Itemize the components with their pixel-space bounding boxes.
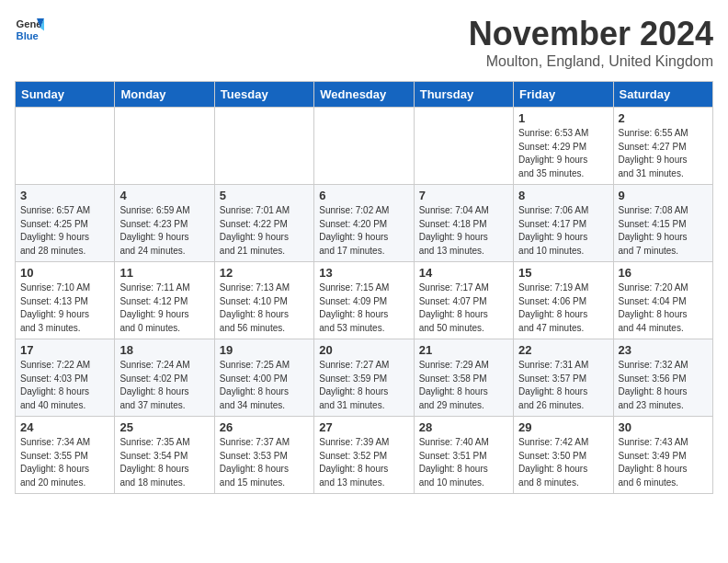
table-row: 20Sunrise: 7:27 AM Sunset: 3:59 PM Dayli… [314, 339, 414, 417]
title-area: November 2024 Moulton, England, United K… [469, 15, 713, 70]
col-tuesday: Tuesday [214, 82, 313, 108]
day-info: Sunrise: 7:39 AM Sunset: 3:52 PM Dayligh… [319, 436, 408, 489]
day-number: 20 [319, 343, 408, 357]
page-container: General Blue November 2024 Moulton, Engl… [0, 0, 728, 503]
table-row: 25Sunrise: 7:35 AM Sunset: 3:54 PM Dayli… [115, 417, 214, 494]
col-wednesday: Wednesday [314, 82, 414, 108]
day-number: 23 [619, 343, 708, 357]
day-info: Sunrise: 7:24 AM Sunset: 4:02 PM Dayligh… [119, 359, 209, 412]
table-row: 9Sunrise: 7:08 AM Sunset: 4:15 PM Daylig… [613, 185, 712, 262]
calendar-week-row: 24Sunrise: 7:34 AM Sunset: 3:55 PM Dayli… [16, 417, 713, 494]
table-row: 24Sunrise: 7:34 AM Sunset: 3:55 PM Dayli… [16, 417, 115, 494]
table-row: 15Sunrise: 7:19 AM Sunset: 4:06 PM Dayli… [514, 262, 613, 339]
day-info: Sunrise: 7:13 AM Sunset: 4:10 PM Dayligh… [220, 282, 309, 335]
table-row: 1Sunrise: 6:53 AM Sunset: 4:29 PM Daylig… [514, 108, 613, 185]
day-number: 15 [518, 266, 608, 280]
table-row: 7Sunrise: 7:04 AM Sunset: 4:18 PM Daylig… [414, 185, 513, 262]
day-number: 29 [518, 420, 608, 434]
day-info: Sunrise: 7:01 AM Sunset: 4:22 PM Dayligh… [220, 204, 309, 258]
day-info: Sunrise: 7:27 AM Sunset: 3:59 PM Dayligh… [319, 359, 408, 412]
calendar-week-row: 17Sunrise: 7:22 AM Sunset: 4:03 PM Dayli… [16, 339, 713, 417]
table-row [314, 108, 414, 185]
day-number: 10 [20, 266, 109, 280]
calendar-table: Sunday Monday Tuesday Wednesday Thursday… [15, 81, 713, 494]
day-number: 3 [20, 189, 109, 202]
day-info: Sunrise: 6:59 AM Sunset: 4:23 PM Dayligh… [119, 204, 209, 258]
table-row: 21Sunrise: 7:29 AM Sunset: 3:58 PM Dayli… [414, 339, 513, 417]
day-number: 5 [220, 189, 309, 202]
table-row: 6Sunrise: 7:02 AM Sunset: 4:20 PM Daylig… [314, 185, 414, 262]
day-number: 16 [619, 266, 708, 280]
table-row [16, 108, 115, 185]
day-info: Sunrise: 7:32 AM Sunset: 3:56 PM Dayligh… [619, 359, 708, 412]
table-row: 18Sunrise: 7:24 AM Sunset: 4:02 PM Dayli… [115, 339, 214, 417]
day-info: Sunrise: 7:02 AM Sunset: 4:20 PM Dayligh… [319, 204, 408, 258]
day-info: Sunrise: 7:43 AM Sunset: 3:49 PM Dayligh… [619, 436, 708, 489]
day-info: Sunrise: 7:06 AM Sunset: 4:17 PM Dayligh… [518, 204, 608, 258]
table-row: 26Sunrise: 7:37 AM Sunset: 3:53 PM Dayli… [214, 417, 313, 494]
day-info: Sunrise: 7:15 AM Sunset: 4:09 PM Dayligh… [319, 282, 408, 335]
calendar-week-row: 10Sunrise: 7:10 AM Sunset: 4:13 PM Dayli… [16, 262, 713, 339]
day-info: Sunrise: 7:29 AM Sunset: 3:58 PM Dayligh… [419, 359, 508, 412]
svg-text:Blue: Blue [17, 30, 39, 41]
day-number: 21 [419, 343, 508, 357]
day-number: 17 [20, 343, 109, 357]
calendar-week-row: 1Sunrise: 6:53 AM Sunset: 4:29 PM Daylig… [16, 108, 713, 185]
table-row: 29Sunrise: 7:42 AM Sunset: 3:50 PM Dayli… [514, 417, 613, 494]
col-saturday: Saturday [613, 82, 712, 108]
day-info: Sunrise: 7:35 AM Sunset: 3:54 PM Dayligh… [119, 436, 209, 489]
day-info: Sunrise: 7:19 AM Sunset: 4:06 PM Dayligh… [518, 282, 608, 335]
day-number: 8 [518, 189, 608, 202]
col-monday: Monday [115, 82, 214, 108]
day-number: 14 [419, 266, 508, 280]
table-row: 12Sunrise: 7:13 AM Sunset: 4:10 PM Dayli… [214, 262, 313, 339]
table-row: 11Sunrise: 7:11 AM Sunset: 4:12 PM Dayli… [115, 262, 214, 339]
calendar-week-row: 3Sunrise: 6:57 AM Sunset: 4:25 PM Daylig… [16, 185, 713, 262]
day-number: 2 [619, 111, 708, 125]
table-row: 5Sunrise: 7:01 AM Sunset: 4:22 PM Daylig… [214, 185, 313, 262]
table-row: 16Sunrise: 7:20 AM Sunset: 4:04 PM Dayli… [613, 262, 712, 339]
table-row: 3Sunrise: 6:57 AM Sunset: 4:25 PM Daylig… [16, 185, 115, 262]
table-row [115, 108, 214, 185]
day-info: Sunrise: 7:11 AM Sunset: 4:12 PM Dayligh… [119, 282, 209, 335]
day-number: 1 [518, 111, 608, 125]
day-info: Sunrise: 7:08 AM Sunset: 4:15 PM Dayligh… [619, 204, 708, 258]
day-number: 27 [319, 420, 408, 434]
day-number: 9 [619, 189, 708, 202]
day-number: 19 [220, 343, 309, 357]
page-header: General Blue November 2024 Moulton, Engl… [15, 15, 713, 70]
day-number: 7 [419, 189, 508, 202]
table-row: 28Sunrise: 7:40 AM Sunset: 3:51 PM Dayli… [414, 417, 513, 494]
table-row: 22Sunrise: 7:31 AM Sunset: 3:57 PM Dayli… [514, 339, 613, 417]
day-number: 22 [518, 343, 608, 357]
day-info: Sunrise: 7:22 AM Sunset: 4:03 PM Dayligh… [20, 359, 109, 412]
logo: General Blue [15, 15, 44, 44]
day-info: Sunrise: 7:17 AM Sunset: 4:07 PM Dayligh… [419, 282, 508, 335]
day-info: Sunrise: 7:42 AM Sunset: 3:50 PM Dayligh… [518, 436, 608, 489]
month-title: November 2024 [469, 15, 713, 53]
day-info: Sunrise: 7:40 AM Sunset: 3:51 PM Dayligh… [419, 436, 508, 489]
day-number: 28 [419, 420, 508, 434]
day-info: Sunrise: 7:10 AM Sunset: 4:13 PM Dayligh… [20, 282, 109, 335]
day-info: Sunrise: 7:37 AM Sunset: 3:53 PM Dayligh… [220, 436, 309, 489]
day-number: 25 [119, 420, 209, 434]
table-row: 2Sunrise: 6:55 AM Sunset: 4:27 PM Daylig… [613, 108, 712, 185]
table-row: 10Sunrise: 7:10 AM Sunset: 4:13 PM Dayli… [16, 262, 115, 339]
day-number: 6 [319, 189, 408, 202]
table-row: 13Sunrise: 7:15 AM Sunset: 4:09 PM Dayli… [314, 262, 414, 339]
logo-icon: General Blue [15, 15, 44, 44]
col-friday: Friday [514, 82, 613, 108]
day-info: Sunrise: 6:55 AM Sunset: 4:27 PM Dayligh… [619, 127, 708, 180]
day-info: Sunrise: 7:25 AM Sunset: 4:00 PM Dayligh… [220, 359, 309, 412]
day-number: 18 [119, 343, 209, 357]
calendar-header-row: Sunday Monday Tuesday Wednesday Thursday… [16, 82, 713, 108]
day-number: 12 [220, 266, 309, 280]
table-row [214, 108, 313, 185]
day-info: Sunrise: 6:53 AM Sunset: 4:29 PM Dayligh… [518, 127, 608, 180]
table-row: 14Sunrise: 7:17 AM Sunset: 4:07 PM Dayli… [414, 262, 513, 339]
table-row: 4Sunrise: 6:59 AM Sunset: 4:23 PM Daylig… [115, 185, 214, 262]
day-info: Sunrise: 7:20 AM Sunset: 4:04 PM Dayligh… [619, 282, 708, 335]
day-number: 30 [619, 420, 708, 434]
day-number: 4 [119, 189, 209, 202]
day-info: Sunrise: 6:57 AM Sunset: 4:25 PM Dayligh… [20, 204, 109, 258]
